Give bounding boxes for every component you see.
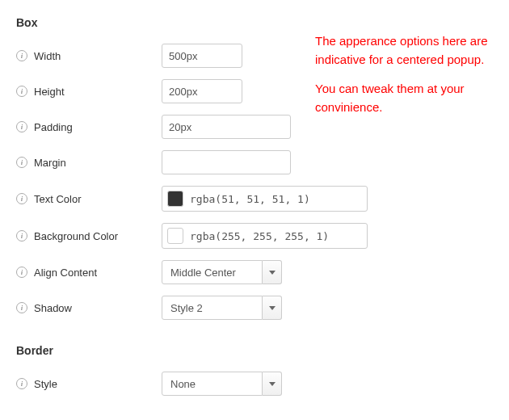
background-color-input[interactable] [190,230,362,242]
info-icon[interactable]: i [16,230,27,242]
background-color-row: i Background Color [16,223,493,249]
appearance-note: The apperance options here are indicativ… [315,32,493,128]
align-content-row: i Align Content Middle Center [16,260,493,284]
border-style-value[interactable]: None [162,372,263,396]
info-icon[interactable]: i [16,267,27,278]
info-icon[interactable]: i [16,302,27,313]
border-section: Border i Style None [16,344,493,396]
padding-label: Padding [34,121,73,133]
text-color-row: i Text Color [16,186,493,212]
background-color-swatch[interactable] [167,228,183,244]
shadow-row: i Shadow Style 2 [16,296,493,320]
shadow-value[interactable]: Style 2 [162,296,263,320]
text-color-label: Text Color [34,193,82,205]
info-icon[interactable]: i [16,86,27,97]
info-icon[interactable]: i [16,378,27,389]
shadow-select[interactable]: Style 2 [162,296,282,320]
chevron-down-icon [269,382,276,386]
height-input[interactable] [162,79,242,103]
height-label: Height [34,86,65,98]
margin-input[interactable] [162,150,291,174]
info-icon[interactable]: i [16,50,27,61]
border-style-row: i Style None [16,372,493,396]
shadow-dropdown-button[interactable] [263,296,282,320]
border-section-title: Border [16,344,493,357]
width-input[interactable] [162,44,242,68]
shadow-label: Shadow [34,302,72,314]
border-style-dropdown-button[interactable] [263,372,282,396]
background-color-label: Background Color [34,230,118,242]
align-content-dropdown-button[interactable] [263,260,282,284]
info-icon[interactable]: i [16,157,27,168]
text-color-swatch[interactable] [167,191,183,207]
text-color-picker[interactable] [162,186,368,212]
align-content-label: Align Content [34,267,97,279]
background-color-picker[interactable] [162,223,368,249]
info-icon[interactable]: i [16,121,27,132]
note-line-2: You can tweak them at your convinience. [315,80,493,116]
box-section-title: Box [16,16,493,29]
note-line-1: The apperance options here are indicativ… [315,32,493,69]
width-label: Width [34,50,61,62]
padding-input[interactable] [162,115,291,139]
align-content-value[interactable]: Middle Center [162,260,263,284]
border-style-select[interactable]: None [162,372,282,396]
border-style-label: Style [34,378,57,390]
chevron-down-icon [269,306,276,310]
margin-row: i Margin [16,150,493,174]
info-icon[interactable]: i [16,193,27,204]
chevron-down-icon [269,271,276,275]
align-content-select[interactable]: Middle Center [162,260,282,284]
text-color-input[interactable] [190,193,362,205]
margin-label: Margin [34,157,66,169]
